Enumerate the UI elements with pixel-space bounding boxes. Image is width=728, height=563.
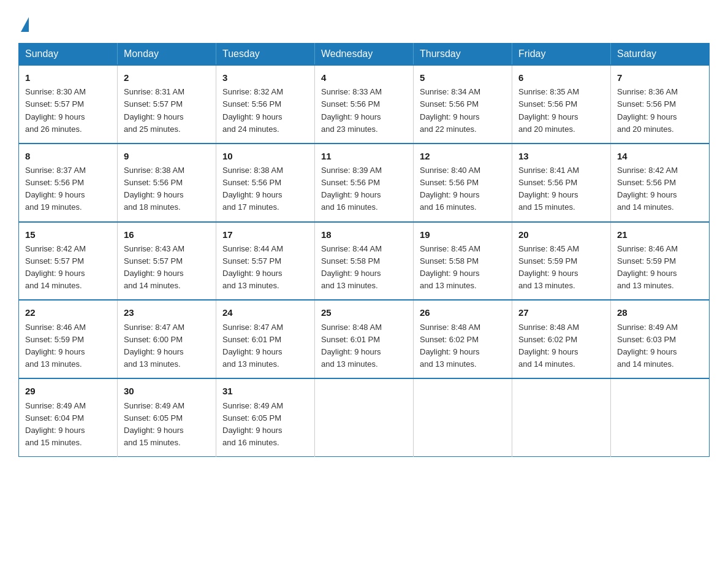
day-number: 21: [617, 228, 703, 242]
day-info: Sunrise: 8:49 AM Sunset: 6:03 PM Dayligh…: [617, 321, 703, 371]
day-number: 15: [25, 228, 111, 242]
calendar-week-row: 15Sunrise: 8:42 AM Sunset: 5:57 PM Dayli…: [19, 222, 710, 301]
page-header: [18, 12, 710, 32]
calendar-cell: 7Sunrise: 8:36 AM Sunset: 5:56 PM Daylig…: [611, 65, 710, 144]
day-info: Sunrise: 8:43 AM Sunset: 5:57 PM Dayligh…: [124, 243, 210, 293]
calendar-cell: 2Sunrise: 8:31 AM Sunset: 5:57 PM Daylig…: [118, 65, 216, 144]
calendar-cell: 18Sunrise: 8:44 AM Sunset: 5:58 PM Dayli…: [315, 222, 414, 301]
day-header-wednesday: Wednesday: [315, 44, 414, 66]
calendar-cell: 24Sunrise: 8:47 AM Sunset: 6:01 PM Dayli…: [216, 300, 315, 378]
day-number: 16: [124, 228, 210, 242]
calendar-header-row: SundayMondayTuesdayWednesdayThursdayFrid…: [19, 44, 710, 66]
day-header-sunday: Sunday: [19, 44, 118, 66]
calendar-cell: 14Sunrise: 8:42 AM Sunset: 5:56 PM Dayli…: [611, 144, 710, 222]
day-number: 20: [518, 228, 604, 242]
day-info: Sunrise: 8:49 AM Sunset: 6:05 PM Dayligh…: [124, 400, 210, 450]
day-info: Sunrise: 8:38 AM Sunset: 5:56 PM Dayligh…: [222, 164, 308, 214]
calendar-cell: 11Sunrise: 8:39 AM Sunset: 5:56 PM Dayli…: [315, 144, 414, 222]
day-info: Sunrise: 8:49 AM Sunset: 6:05 PM Dayligh…: [222, 400, 308, 450]
calendar-cell: 19Sunrise: 8:45 AM Sunset: 5:58 PM Dayli…: [414, 222, 512, 301]
day-number: 29: [25, 384, 111, 398]
calendar-cell: [414, 378, 512, 456]
day-number: 19: [420, 228, 506, 242]
day-info: Sunrise: 8:49 AM Sunset: 6:04 PM Dayligh…: [25, 400, 111, 450]
day-number: 6: [518, 71, 604, 85]
day-number: 25: [321, 305, 407, 320]
day-number: 24: [222, 305, 308, 320]
day-info: Sunrise: 8:33 AM Sunset: 5:56 PM Dayligh…: [321, 86, 407, 136]
day-info: Sunrise: 8:48 AM Sunset: 6:02 PM Dayligh…: [518, 321, 604, 371]
day-number: 13: [518, 149, 604, 163]
calendar-cell: 23Sunrise: 8:47 AM Sunset: 6:00 PM Dayli…: [118, 300, 216, 378]
calendar-cell: 13Sunrise: 8:41 AM Sunset: 5:56 PM Dayli…: [512, 144, 611, 222]
calendar-week-row: 29Sunrise: 8:49 AM Sunset: 6:04 PM Dayli…: [19, 378, 710, 456]
calendar-cell: [512, 378, 611, 456]
day-number: 10: [222, 149, 308, 163]
day-info: Sunrise: 8:48 AM Sunset: 6:01 PM Dayligh…: [321, 321, 407, 371]
day-number: 4: [321, 71, 407, 85]
day-number: 7: [617, 71, 703, 85]
calendar-cell: 20Sunrise: 8:45 AM Sunset: 5:59 PM Dayli…: [512, 222, 611, 301]
day-info: Sunrise: 8:38 AM Sunset: 5:56 PM Dayligh…: [124, 164, 210, 214]
calendar-cell: 5Sunrise: 8:34 AM Sunset: 5:56 PM Daylig…: [414, 65, 512, 144]
calendar-cell: 16Sunrise: 8:43 AM Sunset: 5:57 PM Dayli…: [118, 222, 216, 301]
calendar-cell: 9Sunrise: 8:38 AM Sunset: 5:56 PM Daylig…: [118, 144, 216, 222]
calendar-week-row: 22Sunrise: 8:46 AM Sunset: 5:59 PM Dayli…: [19, 300, 710, 378]
day-number: 23: [124, 305, 210, 320]
day-info: Sunrise: 8:36 AM Sunset: 5:56 PM Dayligh…: [617, 86, 703, 136]
calendar-cell: 31Sunrise: 8:49 AM Sunset: 6:05 PM Dayli…: [216, 378, 315, 456]
calendar-table: SundayMondayTuesdayWednesdayThursdayFrid…: [18, 43, 710, 457]
day-header-thursday: Thursday: [414, 44, 512, 66]
calendar-week-row: 8Sunrise: 8:37 AM Sunset: 5:56 PM Daylig…: [19, 144, 710, 222]
calendar-cell: 17Sunrise: 8:44 AM Sunset: 5:57 PM Dayli…: [216, 222, 315, 301]
day-info: Sunrise: 8:46 AM Sunset: 5:59 PM Dayligh…: [25, 321, 111, 371]
day-number: 30: [124, 384, 210, 398]
day-info: Sunrise: 8:32 AM Sunset: 5:56 PM Dayligh…: [222, 86, 308, 136]
calendar-cell: 8Sunrise: 8:37 AM Sunset: 5:56 PM Daylig…: [19, 144, 118, 222]
day-number: 8: [25, 149, 111, 163]
day-header-friday: Friday: [512, 44, 611, 66]
calendar-cell: 15Sunrise: 8:42 AM Sunset: 5:57 PM Dayli…: [19, 222, 118, 301]
day-number: 22: [25, 305, 111, 320]
day-number: 18: [321, 228, 407, 242]
day-number: 3: [222, 71, 308, 85]
day-info: Sunrise: 8:40 AM Sunset: 5:56 PM Dayligh…: [420, 164, 506, 214]
day-info: Sunrise: 8:35 AM Sunset: 5:56 PM Dayligh…: [518, 86, 604, 136]
day-info: Sunrise: 8:45 AM Sunset: 5:58 PM Dayligh…: [420, 243, 506, 293]
calendar-cell: 21Sunrise: 8:46 AM Sunset: 5:59 PM Dayli…: [611, 222, 710, 301]
day-number: 1: [25, 71, 111, 85]
day-header-saturday: Saturday: [611, 44, 710, 66]
calendar-cell: 6Sunrise: 8:35 AM Sunset: 5:56 PM Daylig…: [512, 65, 611, 144]
calendar-cell: 30Sunrise: 8:49 AM Sunset: 6:05 PM Dayli…: [118, 378, 216, 456]
day-info: Sunrise: 8:48 AM Sunset: 6:02 PM Dayligh…: [420, 321, 506, 371]
calendar-cell: 28Sunrise: 8:49 AM Sunset: 6:03 PM Dayli…: [611, 300, 710, 378]
day-number: 31: [222, 384, 308, 398]
day-info: Sunrise: 8:47 AM Sunset: 6:00 PM Dayligh…: [124, 321, 210, 371]
day-info: Sunrise: 8:31 AM Sunset: 5:57 PM Dayligh…: [124, 86, 210, 136]
day-number: 17: [222, 228, 308, 242]
calendar-cell: 22Sunrise: 8:46 AM Sunset: 5:59 PM Dayli…: [19, 300, 118, 378]
calendar-cell: 1Sunrise: 8:30 AM Sunset: 5:57 PM Daylig…: [19, 65, 118, 144]
calendar-cell: 25Sunrise: 8:48 AM Sunset: 6:01 PM Dayli…: [315, 300, 414, 378]
calendar-cell: 3Sunrise: 8:32 AM Sunset: 5:56 PM Daylig…: [216, 65, 315, 144]
day-info: Sunrise: 8:34 AM Sunset: 5:56 PM Dayligh…: [420, 86, 506, 136]
day-info: Sunrise: 8:39 AM Sunset: 5:56 PM Dayligh…: [321, 164, 407, 214]
day-number: 12: [420, 149, 506, 163]
day-info: Sunrise: 8:30 AM Sunset: 5:57 PM Dayligh…: [25, 86, 111, 136]
day-info: Sunrise: 8:42 AM Sunset: 5:56 PM Dayligh…: [617, 164, 703, 214]
logo: [18, 12, 29, 32]
calendar-week-row: 1Sunrise: 8:30 AM Sunset: 5:57 PM Daylig…: [19, 65, 710, 144]
day-info: Sunrise: 8:41 AM Sunset: 5:56 PM Dayligh…: [518, 164, 604, 214]
day-info: Sunrise: 8:44 AM Sunset: 5:57 PM Dayligh…: [222, 243, 308, 293]
day-info: Sunrise: 8:44 AM Sunset: 5:58 PM Dayligh…: [321, 243, 407, 293]
calendar-cell: 29Sunrise: 8:49 AM Sunset: 6:04 PM Dayli…: [19, 378, 118, 456]
day-number: 9: [124, 149, 210, 163]
day-info: Sunrise: 8:37 AM Sunset: 5:56 PM Dayligh…: [25, 164, 111, 214]
day-info: Sunrise: 8:42 AM Sunset: 5:57 PM Dayligh…: [25, 243, 111, 293]
calendar-cell: 26Sunrise: 8:48 AM Sunset: 6:02 PM Dayli…: [414, 300, 512, 378]
day-info: Sunrise: 8:47 AM Sunset: 6:01 PM Dayligh…: [222, 321, 308, 371]
day-number: 11: [321, 149, 407, 163]
calendar-cell: 4Sunrise: 8:33 AM Sunset: 5:56 PM Daylig…: [315, 65, 414, 144]
calendar-cell: [611, 378, 710, 456]
day-header-tuesday: Tuesday: [216, 44, 315, 66]
